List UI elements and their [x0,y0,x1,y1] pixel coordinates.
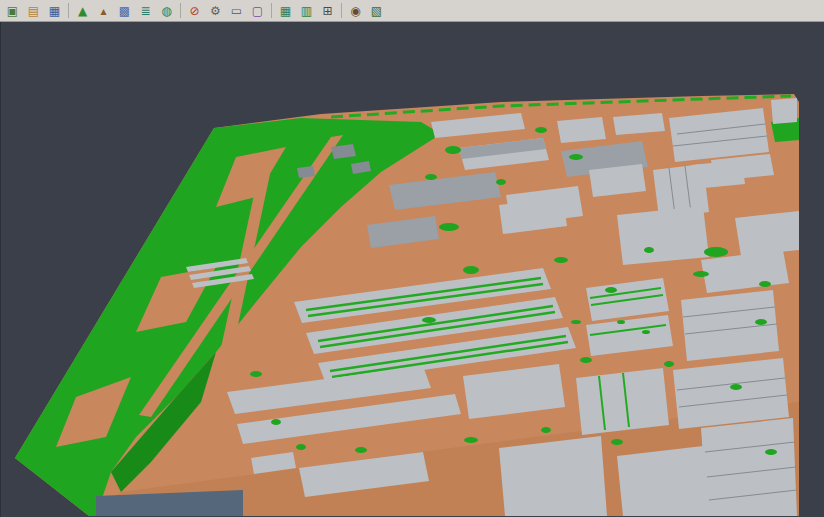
gear-icon[interactable]: ⚙ [206,1,225,20]
globe-icon[interactable]: ◍ [157,1,176,20]
new-scene-icon[interactable]: ▣ [3,1,22,20]
stats-icon[interactable]: ▧ [367,1,386,20]
toolbar-separator [341,3,342,18]
main-toolbar: ▣▤▦▲▴▩≣◍⊘⚙▭▢▦▥⊞◉▧ [0,0,824,22]
imagery-icon[interactable]: ▩ [115,1,134,20]
terrain-icon[interactable]: ▲ [73,1,92,20]
remove-icon[interactable]: ⊘ [185,1,204,20]
3d-viewport[interactable] [0,22,824,517]
toolbar-separator [271,3,272,18]
open-icon[interactable]: ▤ [24,1,43,20]
sphere-icon[interactable]: ◉ [346,1,365,20]
point-cloud-viewer-window: ▣▤▦▲▴▩≣◍⊘⚙▭▢▦▥⊞◉▧ [0,0,824,517]
toolbar-separator [68,3,69,18]
crop-icon[interactable]: ▢ [248,1,267,20]
print-icon[interactable]: ⊞ [318,1,337,20]
fullscreen-icon[interactable]: ▭ [227,1,246,20]
save-icon[interactable]: ▦ [45,1,64,20]
classified-point-cloud-scene [1,22,824,517]
mountain-icon[interactable]: ▴ [94,1,113,20]
toolbar-separator [180,3,181,18]
grid-icon[interactable]: ▦ [276,1,295,20]
histogram-icon[interactable]: ▥ [297,1,316,20]
layers-icon[interactable]: ≣ [136,1,155,20]
